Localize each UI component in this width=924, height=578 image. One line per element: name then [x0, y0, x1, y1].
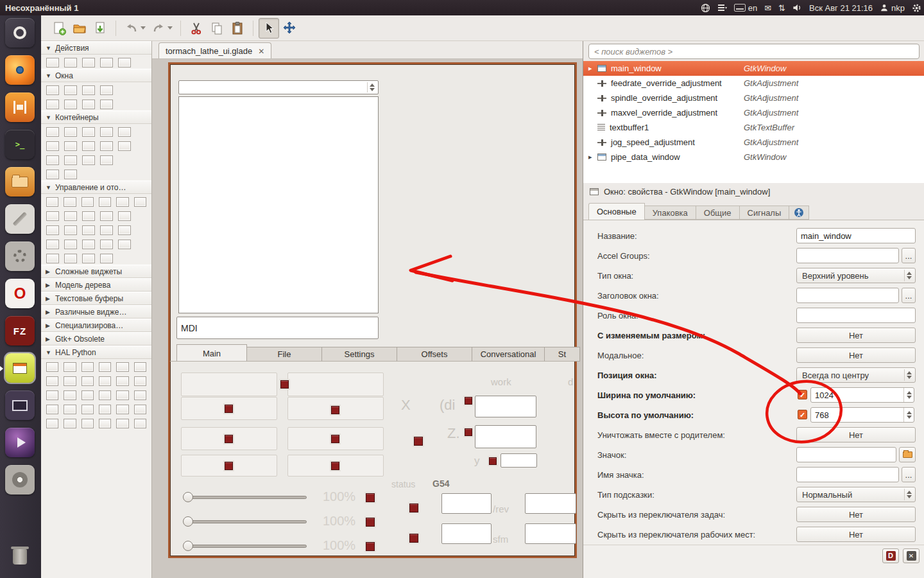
tree-row-feedrate-adjustment[interactable]: feedrate_override_adjustment GtkAdjustme…: [583, 76, 924, 91]
new-file-button[interactable]: [49, 18, 69, 39]
palette-section-header[interactable]: ▶Модель дерева: [41, 278, 151, 292]
led-toggle-widget[interactable]: [465, 428, 472, 436]
open-file-button[interactable]: [69, 18, 90, 39]
widget-search-input[interactable]: [588, 44, 920, 59]
dock-terminal[interactable]: >_: [5, 130, 36, 161]
palette-widget-icon[interactable]: [46, 58, 59, 67]
expander-icon[interactable]: ▸: [588, 64, 596, 73]
tab-common[interactable]: Общие: [696, 206, 740, 220]
palette-section-header[interactable]: ▶Сложные виджеты: [41, 265, 151, 278]
tab-general[interactable]: Основные: [588, 203, 645, 220]
entry-widget[interactable]: [441, 523, 492, 544]
led-toggle-widget[interactable]: [414, 437, 423, 446]
palette-widget-icon[interactable]: [46, 100, 59, 109]
palette-widget-icon[interactable]: [99, 362, 111, 372]
dock-opera[interactable]: O: [5, 279, 36, 310]
palette-widget-icon[interactable]: [81, 405, 94, 414]
design-workspace[interactable]: MDI Main File Settings Offsets Conversat…: [152, 59, 583, 578]
session-gear-icon[interactable]: [912, 3, 921, 13]
tree-row-main-window[interactable]: ▸ main_window GtkWindow: [583, 61, 924, 76]
palette-widget-icon[interactable]: [64, 155, 77, 165]
palette-widget-icon[interactable]: [118, 127, 131, 137]
clear-button[interactable]: ✕: [903, 548, 920, 563]
skip-taskbar-toggle[interactable]: Нет: [796, 507, 916, 522]
palette-widget-icon[interactable]: [82, 240, 95, 249]
palette-widget-icon[interactable]: [100, 85, 113, 95]
mail-indicator-icon[interactable]: ✉: [764, 3, 771, 13]
undo-button[interactable]: [121, 18, 142, 39]
resizable-toggle-button[interactable]: Нет: [796, 328, 916, 343]
palette-widget-icon[interactable]: [46, 197, 58, 207]
palette-widget-icon[interactable]: [81, 197, 94, 207]
palette-widget-icon[interactable]: [81, 419, 94, 428]
palette-widget-icon[interactable]: [116, 390, 128, 400]
window-type-select[interactable]: Верхний уровень: [796, 268, 916, 283]
palette-widget-icon[interactable]: [82, 58, 95, 67]
palette-widget-icon[interactable]: [64, 197, 76, 207]
palette-widget-icon[interactable]: [134, 390, 146, 400]
palette-widget-icon[interactable]: [116, 419, 128, 428]
entry-widget[interactable]: [475, 396, 536, 417]
palette-section-header[interactable]: ▶Различные видже…: [41, 305, 151, 319]
palette-widget-icon[interactable]: [64, 100, 77, 109]
palette-widget-icon[interactable]: [64, 240, 77, 249]
default-height-spinbox[interactable]: 768: [810, 407, 914, 423]
palette-widget-icon[interactable]: [100, 211, 113, 221]
led-toggle-widget[interactable]: [465, 397, 472, 405]
palette-widget-icon[interactable]: [64, 170, 77, 179]
name-entry[interactable]: main_window: [796, 228, 916, 243]
led-toggle-widget[interactable]: [366, 518, 375, 527]
palette-widget-icon[interactable]: [46, 405, 58, 414]
palette-widget-icon[interactable]: [134, 197, 146, 207]
redo-menu-caret[interactable]: [167, 26, 173, 30]
keyboard-indicator-icon[interactable]: en: [734, 3, 757, 13]
palette-widget-icon[interactable]: [100, 127, 113, 137]
led-toggle-widget[interactable]: [409, 534, 418, 543]
tab-file[interactable]: File: [247, 347, 322, 362]
modal-toggle-button[interactable]: Нет: [796, 347, 916, 363]
button-widget[interactable]: [287, 372, 384, 396]
palette-widget-icon[interactable]: [64, 362, 76, 372]
messaging-indicator-icon[interactable]: [717, 4, 727, 12]
tab-packing[interactable]: Упаковка: [645, 206, 696, 220]
default-height-checkbox[interactable]: ✓: [798, 410, 807, 419]
palette-widget-icon[interactable]: [64, 376, 76, 386]
palette-widget-icon[interactable]: [46, 225, 59, 235]
palette-widget-icon[interactable]: [64, 85, 77, 95]
palette-widget-icon[interactable]: [64, 390, 76, 400]
palette-widget-icon[interactable]: [116, 362, 128, 372]
tab-conversational[interactable]: Conversational: [472, 347, 545, 362]
palette-widget-icon[interactable]: [118, 141, 131, 151]
palette-widget-icon[interactable]: [64, 141, 77, 151]
dock-firefox[interactable]: [5, 55, 36, 86]
entry-widget[interactable]: [475, 425, 536, 448]
slider-handle[interactable]: [183, 541, 193, 551]
palette-widget-icon[interactable]: [100, 141, 113, 151]
palette-widget-icon[interactable]: [46, 170, 59, 179]
palette-widget-icon[interactable]: [100, 100, 113, 109]
editor-tab[interactable]: tormach_lathe_ui.glade ✕: [158, 42, 271, 59]
led-toggle-widget[interactable]: [366, 493, 375, 502]
palette-widget-icon[interactable]: [82, 100, 95, 109]
entry-widget[interactable]: [501, 453, 537, 468]
tree-row-textbuffer1[interactable]: textbuffer1 GtkTextBuffer: [583, 120, 924, 135]
palette-widget-icon[interactable]: [46, 240, 59, 249]
tree-row-pipe-data-window[interactable]: ▸ pipe_data_window GtkWindow: [583, 150, 924, 164]
tree-row-spindle-adjustment[interactable]: spindle_override_adjustment GtkAdjustmen…: [583, 91, 924, 105]
window-title-entry[interactable]: [796, 288, 899, 303]
expander-icon[interactable]: ▸: [588, 153, 596, 161]
palette-widget-icon[interactable]: [64, 254, 77, 263]
palette-widget-icon[interactable]: [100, 240, 113, 249]
hint-type-select[interactable]: Нормальный: [796, 487, 916, 502]
palette-widget-icon[interactable]: [81, 362, 94, 372]
dock-filezilla[interactable]: FZ: [5, 316, 36, 347]
override-slider[interactable]: [185, 520, 307, 523]
selector-tool-button[interactable]: [259, 18, 279, 39]
paste-button[interactable]: [227, 18, 248, 39]
tab-main[interactable]: Main: [176, 344, 247, 362]
cut-button[interactable]: [186, 18, 207, 39]
palette-widget-icon[interactable]: [116, 405, 128, 414]
palette-widget-icon[interactable]: [64, 58, 77, 67]
led-toggle-widget[interactable]: [225, 462, 233, 470]
palette-widget-icon[interactable]: [46, 211, 59, 221]
